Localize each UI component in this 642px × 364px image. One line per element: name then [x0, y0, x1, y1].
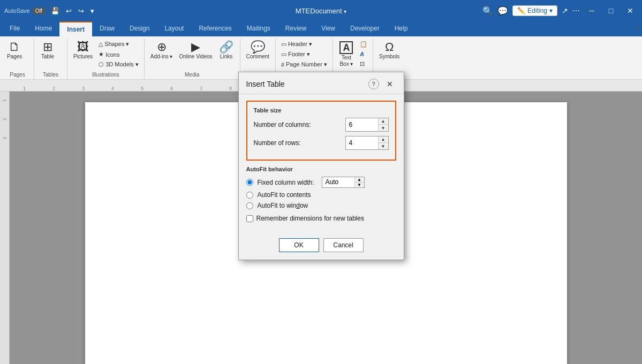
- tab-references[interactable]: References: [191, 21, 239, 36]
- autofit-contents-radio[interactable]: [246, 192, 253, 199]
- comments-icon[interactable]: 💬: [497, 6, 508, 16]
- save-icon[interactable]: 💾: [49, 6, 62, 16]
- tables-group-label: Tables: [37, 71, 64, 79]
- fixed-column-radio[interactable]: [246, 179, 253, 186]
- fixed-column-label: Fixed column width:: [258, 179, 314, 186]
- customize-icon[interactable]: ▾: [88, 6, 96, 16]
- ruler-mark-3: 3: [69, 86, 98, 91]
- fixed-width-select[interactable]: Auto ▲ ▼: [322, 177, 365, 188]
- quick-parts-button[interactable]: 📋: [358, 40, 369, 49]
- columns-input[interactable]: [346, 118, 378, 131]
- undo-icon[interactable]: ↩: [64, 6, 74, 16]
- header-button[interactable]: ▭Header ▾: [279, 40, 329, 49]
- pictures-label: Pictures: [73, 54, 93, 60]
- rows-decrement-button[interactable]: ▼: [379, 143, 388, 149]
- ruler-mark-2: 2: [39, 86, 69, 91]
- pages-items: 🗋 Pages: [4, 39, 31, 71]
- editing-badge[interactable]: ✏️ Editing ▾: [512, 5, 557, 16]
- page-number-label: Page Number ▾: [286, 61, 327, 68]
- wordart-icon: A: [360, 51, 364, 57]
- rows-increment-button[interactable]: ▲: [379, 136, 388, 143]
- remember-checkbox[interactable]: [246, 215, 253, 222]
- restore-button[interactable]: □: [603, 3, 618, 18]
- ribbon: File Home Insert Draw Design Layout Refe…: [0, 21, 642, 80]
- autosave-toggle[interactable]: Off: [32, 7, 46, 14]
- tab-layout[interactable]: Layout: [157, 21, 191, 36]
- cancel-button[interactable]: Cancel: [323, 238, 364, 252]
- ok-button[interactable]: OK: [279, 238, 319, 252]
- links-icon: 🔗: [219, 41, 233, 53]
- shapes-button[interactable]: △ Shapes ▾: [96, 40, 141, 49]
- textbox-button[interactable]: A TextBox ▾: [336, 40, 357, 69]
- shapes-label: Shapes ▾: [104, 41, 129, 48]
- header-footer-items: ▭Header ▾ ▭Footer ▾ #Page Number ▾: [279, 39, 329, 71]
- table-size-label: Table size: [254, 107, 389, 113]
- columns-increment-button[interactable]: ▲: [379, 118, 388, 125]
- tab-file[interactable]: File: [2, 21, 27, 36]
- dialog-close-button[interactable]: ✕: [383, 78, 396, 90]
- links-button[interactable]: 🔗 Links: [216, 40, 237, 62]
- search-icon[interactable]: 🔍: [482, 6, 493, 16]
- redo-icon[interactable]: ↪: [76, 6, 86, 16]
- pages-button[interactable]: 🗋 Pages: [4, 40, 25, 62]
- online-videos-button[interactable]: ▶ Online Videos: [176, 40, 215, 62]
- page-number-button[interactable]: #Page Number ▾: [279, 60, 329, 69]
- icons-button[interactable]: ★ Icons: [96, 50, 141, 59]
- addins-button[interactable]: ⊕ Add-ins ▾: [148, 40, 176, 62]
- tab-help[interactable]: Help: [387, 21, 416, 36]
- symbols-button[interactable]: Ω Symbols: [376, 40, 402, 62]
- tab-home[interactable]: Home: [27, 21, 59, 36]
- table-size-section: Table size Number of columns: ▲ ▼ Number…: [246, 101, 396, 161]
- share-icon[interactable]: ↗: [562, 6, 568, 15]
- rows-input[interactable]: [346, 136, 378, 149]
- title-bar-left: AutoSave Off 💾 ↩ ↪ ▾: [4, 6, 215, 16]
- tab-view[interactable]: View: [314, 21, 343, 36]
- wordart-button[interactable]: A: [358, 50, 369, 58]
- comment-button[interactable]: 💬 Comment: [244, 40, 272, 62]
- autosave-control[interactable]: AutoSave Off: [4, 7, 46, 14]
- editing-label: Editing: [527, 7, 547, 14]
- tab-mailings[interactable]: Mailings: [239, 21, 278, 36]
- quick-parts-icon: 📋: [360, 41, 367, 48]
- more-options-icon[interactable]: ⋯: [572, 6, 580, 15]
- pictures-button[interactable]: 🖼 Pictures: [71, 40, 95, 62]
- dropcap-button[interactable]: ⊡: [358, 59, 369, 69]
- close-button[interactable]: ✕: [623, 3, 638, 18]
- tab-developer[interactable]: Developer: [343, 21, 387, 36]
- tab-draw[interactable]: Draw: [92, 21, 122, 36]
- rows-spinbox[interactable]: ▲ ▼: [345, 136, 389, 150]
- footer-button[interactable]: ▭Footer ▾: [279, 50, 329, 59]
- columns-decrement-button[interactable]: ▼: [379, 125, 388, 131]
- columns-spinbox[interactable]: ▲ ▼: [345, 118, 389, 132]
- minimize-button[interactable]: ─: [584, 3, 599, 18]
- 3d-models-button[interactable]: ⬡ 3D Models ▾: [96, 60, 141, 69]
- title-bar-right: 🔍 💬 ✏️ Editing ▾ ↗ ⋯ ─ □ ✕: [427, 3, 638, 18]
- tab-insert[interactable]: Insert: [59, 21, 92, 36]
- symbols-items: Ω Symbols: [376, 39, 403, 71]
- tab-review[interactable]: Review: [278, 21, 314, 36]
- ribbon-tabs: File Home Insert Draw Design Layout Refe…: [0, 21, 642, 36]
- insert-table-dialog: Insert Table ? ✕ Table size Number of co…: [238, 72, 404, 260]
- addins-icon: ⊕: [157, 41, 167, 53]
- title-dropdown-icon[interactable]: ▾: [344, 9, 346, 14]
- ribbon-collapse-icon[interactable]: ∧: [634, 22, 642, 33]
- fixed-width-up[interactable]: ▲: [355, 177, 364, 183]
- ruler-mark-1: 1: [10, 86, 39, 91]
- dialog-help-button[interactable]: ?: [368, 79, 379, 89]
- ruler-marks: 1 2 3 4 5 6 7 8 9: [10, 80, 275, 91]
- ribbon-group-illustrations: 🖼 Pictures △ Shapes ▾ ★ Icons ⬡ 3D Model…: [69, 39, 145, 79]
- 3d-models-label: 3D Models ▾: [105, 61, 139, 68]
- fixed-width-down[interactable]: ▼: [355, 183, 364, 187]
- autofit-contents-row: AutoFit to contents: [246, 191, 396, 199]
- autofit-window-radio[interactable]: [246, 202, 253, 209]
- title-bar: AutoSave Off 💾 ↩ ↪ ▾ MTEDocument ▾ 🔍 💬 ✏…: [0, 0, 642, 21]
- remember-label: Remember dimensions for new tables: [256, 215, 364, 222]
- tab-design[interactable]: Design: [122, 21, 157, 36]
- comment-label: Comment: [246, 54, 269, 60]
- footer-icon: ▭: [281, 51, 286, 58]
- pages-group-label: Pages: [4, 71, 31, 79]
- fixed-width-arrows[interactable]: ▲ ▼: [354, 177, 364, 187]
- fixed-column-row: Fixed column width: Auto ▲ ▼: [246, 177, 396, 188]
- table-button[interactable]: ⊞ Table: [37, 40, 58, 62]
- symbols-label: Symbols: [379, 54, 399, 60]
